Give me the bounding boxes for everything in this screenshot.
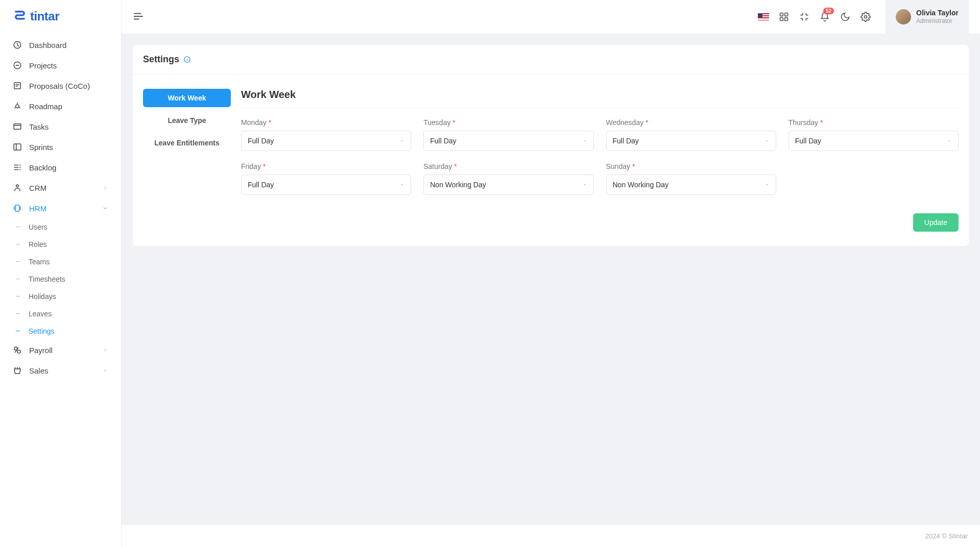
field-sunday: Sunday *Non Working Day <box>606 162 776 195</box>
tab-leave-type[interactable]: Leave Type <box>143 111 231 130</box>
header: 52 Olivia Taylor Administrator <box>122 0 980 34</box>
backlog-icon <box>13 163 22 172</box>
select-monday[interactable]: Full Day <box>241 131 411 151</box>
sidebar-item-payroll[interactable]: Payroll <box>0 340 121 360</box>
sidebar-subitem-label: Roles <box>29 240 47 248</box>
svg-rect-10 <box>785 13 788 16</box>
logo[interactable]: tintar <box>0 0 121 33</box>
field-monday: Monday *Full Day <box>241 118 411 151</box>
tasks-icon <box>13 122 22 131</box>
dash-icon: − <box>15 223 21 231</box>
user-name: Olivia Taylor <box>916 8 959 17</box>
settings-button[interactable] <box>860 11 871 22</box>
field-label: Wednesday * <box>606 118 776 127</box>
sidebar-subitem-holidays[interactable]: −Holidays <box>0 288 121 305</box>
sidebar-item-sales[interactable]: Sales <box>0 360 121 381</box>
field-saturday: Saturday *Non Working Day <box>423 162 593 195</box>
tab-work-week[interactable]: Work Week <box>143 89 231 107</box>
crm-icon <box>13 183 22 192</box>
sprints-icon <box>13 142 22 152</box>
sidebar-item-projects[interactable]: Projects <box>0 55 121 76</box>
sidebar-item-dashboard[interactable]: Dashboard <box>0 35 121 55</box>
select-saturday[interactable]: Non Working Day <box>423 175 593 195</box>
dashboard-icon <box>13 40 22 49</box>
required-mark: * <box>646 118 648 127</box>
sidebar-item-backlog[interactable]: Backlog <box>0 157 121 178</box>
sidebar-subitem-label: Holidays <box>29 292 56 301</box>
sidebar-item-label: Payroll <box>29 346 53 355</box>
svg-rect-9 <box>780 13 783 16</box>
sidebar-item-label: Roadmap <box>29 102 62 111</box>
flag-us-icon <box>758 13 769 20</box>
select-value: Full Day <box>248 137 274 145</box>
select-value: Full Day <box>248 181 274 189</box>
menu-icon <box>133 11 144 22</box>
chevron-right-icon <box>102 347 108 353</box>
field-tuesday: Tuesday *Full Day <box>423 118 593 151</box>
required-mark: * <box>269 118 271 127</box>
footer-text: 2024 © Stintar <box>925 532 968 540</box>
apps-button[interactable] <box>778 11 790 22</box>
select-value: Non Working Day <box>430 181 486 189</box>
user-role: Administrator <box>916 17 959 26</box>
tab-leave-entitlements[interactable]: Leave Entitlements <box>143 134 231 152</box>
update-button[interactable]: Update <box>913 213 959 232</box>
sidebar: tintar DashboardProjectsProposals (CoCo)… <box>0 0 122 547</box>
sidebar-item-hrm[interactable]: HRM <box>0 198 121 218</box>
sidebar-item-label: HRM <box>29 204 46 213</box>
select-sunday[interactable]: Non Working Day <box>606 175 776 195</box>
sidebar-subitem-users[interactable]: −Users <box>0 218 121 236</box>
select-friday[interactable]: Full Day <box>241 175 411 195</box>
user-menu-button[interactable]: Olivia Taylor Administrator <box>886 0 969 34</box>
dash-icon: − <box>15 275 21 283</box>
svg-rect-12 <box>785 18 788 21</box>
page-title: Settings <box>143 54 179 65</box>
sidebar-subitem-teams[interactable]: −Teams <box>0 253 121 270</box>
select-wednesday[interactable]: Full Day <box>606 131 776 151</box>
sidebar-subitem-roles[interactable]: −Roles <box>0 236 121 253</box>
field-label: Saturday * <box>423 162 593 170</box>
field-label: Tuesday * <box>423 118 593 127</box>
sidebar-subitem-leaves[interactable]: −Leaves <box>0 305 121 322</box>
select-thursday[interactable]: Full Day <box>788 131 959 151</box>
svg-rect-4 <box>14 144 21 150</box>
minimize-icon <box>799 12 809 22</box>
notifications-button[interactable]: 52 <box>819 11 830 22</box>
caret-down-icon <box>764 138 770 143</box>
avatar <box>896 9 911 24</box>
chevron-right-icon <box>102 185 108 191</box>
field-wednesday: Wednesday *Full Day <box>606 118 776 151</box>
field-label: Sunday * <box>606 162 776 170</box>
grid-icon <box>779 12 789 22</box>
sidebar-subitem-timesheets[interactable]: −Timesheets <box>0 270 121 288</box>
sidebar-item-tasks[interactable]: Tasks <box>0 116 121 137</box>
sidebar-subitem-label: Teams <box>29 258 50 266</box>
sidebar-item-roadmap[interactable]: Roadmap <box>0 96 121 116</box>
sidebar-item-label: Tasks <box>29 122 49 131</box>
dash-icon: − <box>15 258 21 266</box>
moon-icon <box>840 12 850 22</box>
info-icon[interactable] <box>183 56 191 63</box>
theme-button[interactable] <box>840 11 851 22</box>
dash-icon: − <box>15 292 21 301</box>
field-label: Friday * <box>241 162 411 170</box>
sidebar-subitem-settings[interactable]: −Settings <box>0 322 121 340</box>
caret-down-icon <box>399 182 404 187</box>
chevron-down-icon <box>102 205 108 211</box>
sidebar-item-crm[interactable]: CRM <box>0 178 121 198</box>
sidebar-item-label: Sprints <box>29 143 53 152</box>
roadmap-icon <box>13 102 22 111</box>
card-header: Settings <box>133 45 969 74</box>
projects-icon <box>13 61 22 70</box>
settings-tabs: Work WeekLeave TypeLeave Entitlements <box>143 89 231 232</box>
gear-icon <box>861 12 871 22</box>
menu-toggle-button[interactable] <box>133 11 144 23</box>
svg-rect-11 <box>780 18 783 21</box>
svg-rect-3 <box>14 124 21 130</box>
sidebar-item-sprints[interactable]: Sprints <box>0 137 121 157</box>
select-value: Full Day <box>795 137 821 145</box>
sidebar-item-proposals-coco-[interactable]: Proposals (CoCo) <box>0 76 121 96</box>
language-button[interactable] <box>758 11 769 22</box>
select-tuesday[interactable]: Full Day <box>423 131 593 151</box>
fullscreen-button[interactable] <box>799 11 810 22</box>
